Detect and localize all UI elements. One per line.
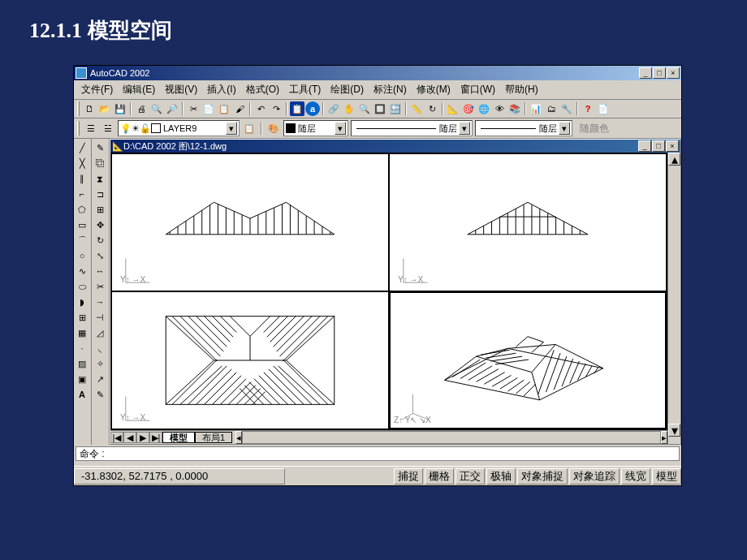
adcenter-icon[interactable]: 🗂 [544,101,559,116]
make-block-icon[interactable]: ▦ [75,325,89,340]
snap-toggle[interactable]: 捕捉 [394,468,423,485]
osnap-toggle[interactable]: 对象捕捉 [517,468,568,485]
rotate-icon[interactable]: ↻ [93,233,107,248]
hscroll-left-button[interactable]: ◂ [235,431,242,444]
viewport-front[interactable]: Y↑ →X [111,153,389,291]
line-icon[interactable]: ╱ [75,140,89,155]
redo-icon[interactable]: ↷ [269,101,283,116]
tab-prev-button[interactable]: ◀ [123,432,136,443]
point-icon[interactable]: · [75,341,89,355]
command-line[interactable]: 命令 : [76,446,680,461]
vertical-scrollbar[interactable]: ▴ ▾ [667,153,680,444]
menu-draw[interactable]: 绘图(D) [326,82,368,97]
hscroll-right-button[interactable]: ▸ [661,431,667,444]
named-ucs-icon[interactable]: 🎯 [461,101,476,116]
find-icon[interactable]: 🔎 [165,101,179,116]
tab-last-button[interactable]: ▶| [149,432,162,443]
view-icon[interactable]: 👁 [492,101,507,116]
mirror-icon[interactable]: ⧗ [93,171,107,186]
toolbar-grip[interactable] [77,121,80,136]
menu-window[interactable]: 窗口(W) [456,82,499,97]
dbconnect-icon[interactable]: 🔗 [326,101,341,116]
tab-first-button[interactable]: |◀ [110,432,123,443]
drawing-minimize-button[interactable]: _ [638,140,651,152]
close-button[interactable]: × [667,67,680,79]
print-icon[interactable]: 🖨 [134,101,149,116]
circle-icon[interactable]: ○ [75,248,89,263]
fillet-icon[interactable]: ◟ [93,341,107,355]
xline-icon[interactable]: ╳ [75,156,89,170]
model-toggle[interactable]: 模型 [652,468,681,485]
menu-view[interactable]: 视图(V) [161,82,201,97]
break-icon[interactable]: ⊣ [93,310,107,325]
mline-icon[interactable]: ∥ [75,171,89,186]
move-icon[interactable]: ✥ [93,218,107,232]
layer-manager-icon[interactable]: ☰ [84,121,98,136]
edit-icon[interactable]: ✎ [93,387,107,402]
rectangle-icon[interactable]: ▭ [75,218,89,232]
zoom-prev-icon[interactable]: 🔙 [388,101,403,116]
menu-file[interactable]: 文件(F) [77,82,117,97]
zoom-window-icon[interactable]: 🔲 [373,101,387,116]
chamfer-icon[interactable]: ◿ [93,325,107,340]
vscroll-up-button[interactable]: ▴ [668,153,680,166]
lengthen-icon[interactable]: ↗ [93,372,107,386]
copy2-icon[interactable]: ⿻ [93,156,107,170]
text-icon[interactable]: A [75,387,89,402]
viewport-side[interactable]: Y↑ →X [389,153,667,291]
today-icon[interactable]: 📋 [290,101,304,116]
extra-icon[interactable]: 📄 [596,101,611,116]
trim-icon[interactable]: ✂ [93,279,107,294]
dist-icon[interactable]: 📏 [409,101,424,116]
new-icon[interactable]: 🗋 [82,101,97,116]
viewport-top[interactable]: Y↑ →X [111,291,389,429]
menu-help[interactable]: 帮助(H) [501,82,542,97]
dropdown-arrow-icon[interactable]: ▾ [226,122,237,135]
tool-icon[interactable]: 🔧 [559,101,574,116]
copy-icon[interactable]: 📄 [201,101,216,116]
menu-edit[interactable]: 编辑(E) [119,82,159,97]
lineweight-dropdown[interactable]: 随层 ▾ [475,120,572,136]
maximize-button[interactable]: □ [653,67,666,79]
hatch-icon[interactable]: ▨ [75,356,89,371]
menu-modify[interactable]: 修改(M) [412,82,455,97]
dropdown-arrow-icon[interactable]: ▾ [459,122,470,135]
help-icon[interactable]: ? [581,101,595,116]
ucs-icon[interactable]: 📐 [446,101,460,116]
color-dropdown[interactable]: 随层 ▾ [283,120,348,136]
layers-icon[interactable]: 📚 [507,101,522,116]
tab-next-button[interactable]: ▶ [136,432,149,443]
array-icon[interactable]: ⊞ [93,202,107,217]
region-icon[interactable]: ▣ [75,372,89,386]
polygon-icon[interactable]: ⬠ [75,202,89,217]
stretch-icon[interactable]: ↔ [93,264,107,278]
vscroll-down-button[interactable]: ▾ [668,424,680,437]
pan-icon[interactable]: ✋ [342,101,356,116]
color-icon[interactable]: 🎨 [266,121,281,136]
menu-insert[interactable]: 插入(I) [203,82,240,97]
tab-model[interactable]: 模型 [162,432,195,443]
grid-toggle[interactable]: 栅格 [425,468,454,485]
linetype-dropdown[interactable]: 随层 ▾ [351,120,473,136]
save-icon[interactable]: 💾 [113,101,127,116]
dropdown-arrow-icon[interactable]: ▾ [559,122,570,135]
open-icon[interactable]: 📂 [97,101,112,116]
viewport-iso[interactable]: Z↑ Y↖ ↘X [389,291,667,429]
polar-toggle[interactable]: 极轴 [486,468,516,485]
offset-icon[interactable]: ⊐ [93,187,107,201]
menu-dimension[interactable]: 标注(N) [369,82,411,97]
ortho-toggle[interactable]: 正交 [456,468,485,485]
arc-icon[interactable]: ⌒ [75,233,89,248]
layer-dropdown[interactable]: 💡 ☀ 🔓 LAYER9 ▾ [118,120,240,136]
layer-filter-icon[interactable]: ☱ [101,121,115,136]
hscroll-track[interactable] [242,431,661,444]
menu-tools[interactable]: 工具(T) [285,82,325,97]
spline-icon[interactable]: ∿ [75,264,89,278]
toolbar-grip[interactable] [77,101,80,116]
menu-format[interactable]: 格式(O) [242,82,283,97]
preview-icon[interactable]: 🔍 [149,101,164,116]
redraw-icon[interactable]: ↻ [425,101,439,116]
ellipse-icon[interactable]: ⬭ [75,279,89,294]
lwt-toggle[interactable]: 线宽 [621,468,650,485]
zoom-icon[interactable]: 🔍 [357,101,372,116]
